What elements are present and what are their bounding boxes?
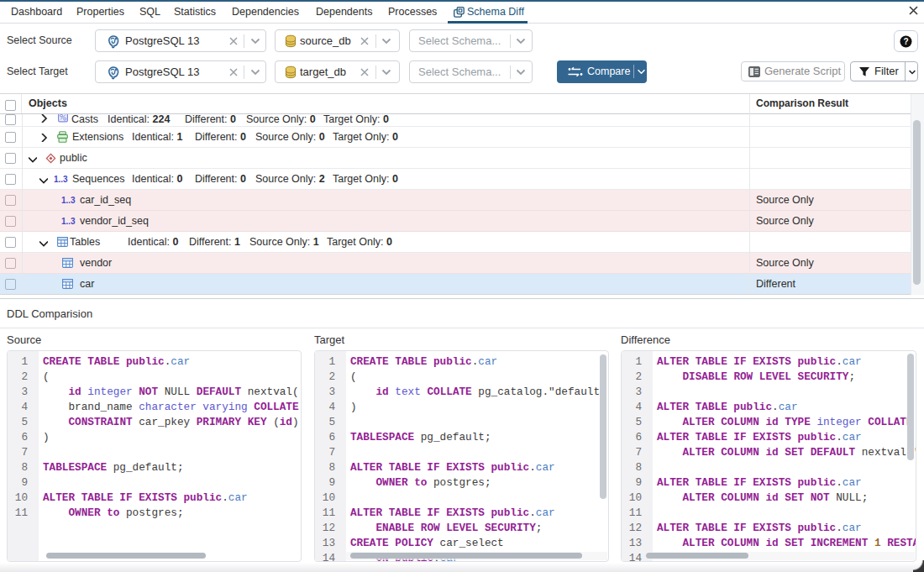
svg-text:?: ? [903, 37, 908, 46]
